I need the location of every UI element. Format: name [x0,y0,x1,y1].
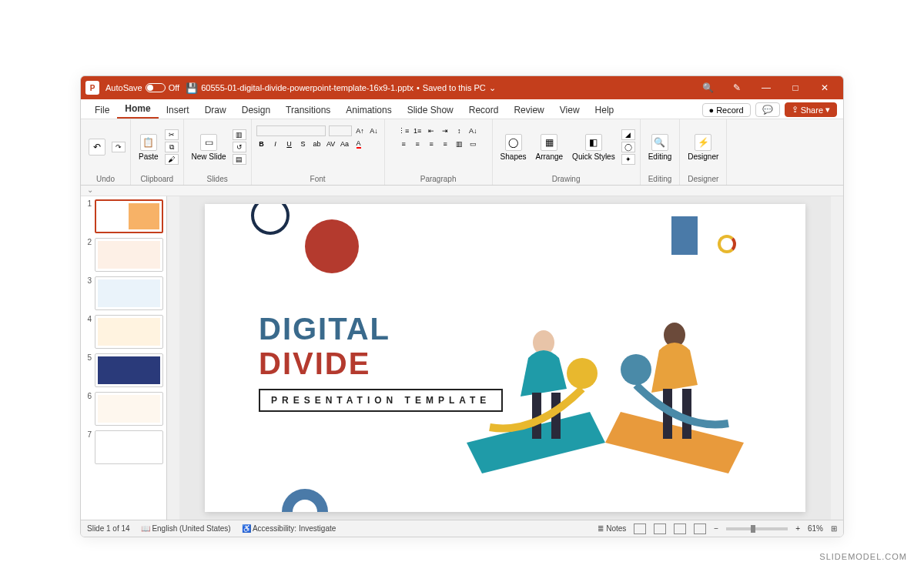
bold-button[interactable]: B [256,139,267,149]
slide-thumbnail-5[interactable] [95,353,163,387]
paste-button[interactable]: 📋Paste [136,132,162,162]
tab-review[interactable]: Review [506,102,551,119]
arrange-button[interactable]: ▦Arrange [533,132,567,162]
autosave-toggle[interactable]: AutoSave Off [105,83,179,92]
shape-outline-button[interactable]: ◯ [621,142,635,152]
slideshow-view-button[interactable] [694,523,706,534]
indent-dec-button[interactable]: ⇤ [426,125,437,136]
undo-button[interactable]: ↶ [85,137,109,157]
tab-file[interactable]: File [87,102,117,119]
save-icon[interactable]: 💾 [186,82,198,94]
thumbnail-scrollbar[interactable] [167,196,179,520]
slide-thumbnail-4[interactable] [95,315,163,349]
shapes-button[interactable]: ◯Shapes [497,132,530,162]
tab-record[interactable]: Record [461,102,507,119]
font-size-selector[interactable] [329,125,352,136]
bullets-button[interactable]: ⋮≡ [398,125,409,136]
maximize-button[interactable]: □ [782,77,809,99]
search-icon[interactable]: 🔍 [694,77,721,99]
designer-button[interactable]: ⚡Designer [685,132,721,162]
group-paragraph: ⋮≡ 1≡ ⇤ ⇥ ↕ A↓ ≡ ≡ ≡ ≡ ▥ ▭ Paragraph [385,119,493,185]
redo-button[interactable]: ↷ [112,142,126,152]
align-center-button[interactable]: ≡ [412,139,423,149]
new-slide-button[interactable]: ▭New Slide [189,132,229,162]
text-direction-button[interactable]: A↓ [467,125,478,136]
align-right-button[interactable]: ≡ [426,139,437,149]
tab-slideshow[interactable]: Slide Show [400,102,461,119]
record-button[interactable]: ● Record [702,103,751,117]
document-filename[interactable]: 60555-01-digital-divide-powerpoint-templ… [201,83,413,92]
strike-button[interactable]: S [298,139,309,149]
underline-button[interactable]: U [284,139,295,149]
case-button[interactable]: Aa [340,139,350,149]
smartart-button[interactable]: ▭ [467,139,478,149]
align-left-button[interactable]: ≡ [398,139,409,149]
group-label-paragraph: Paragraph [390,173,487,185]
zoom-slider[interactable] [726,527,788,530]
minimize-button[interactable]: — [752,77,780,99]
accessibility-status[interactable]: ♿ Accessibility: Investigate [242,524,336,533]
slide-count[interactable]: Slide 1 of 14 [87,524,130,533]
justify-button[interactable]: ≡ [440,139,450,149]
share-button[interactable]: ⇪ Share ▾ [785,102,837,117]
zoom-in-button[interactable]: + [795,524,800,533]
thumb-number: 2 [84,238,92,272]
collapse-ribbon-row[interactable]: ⌄ [81,186,843,196]
toggle-switch[interactable] [146,83,166,92]
section-button[interactable]: ▤ [233,154,246,165]
copy-button[interactable]: ⧉ [165,142,179,152]
decrease-font-button[interactable]: A↓ [369,125,380,136]
group-slides: ▭New Slide ▥ ↺ ▤ Slides [184,119,252,185]
format-painter-button[interactable]: 🖌 [165,154,179,165]
slide-thumbnail-7[interactable] [95,430,163,464]
close-button[interactable]: ✕ [811,77,839,99]
ribbon-tabs: File Home Insert Draw Design Transitions… [81,99,843,119]
slide-canvas[interactable]: DIGITAL DIVIDE PRESENTATION TEMPLATE [179,196,831,520]
tab-transitions[interactable]: Transitions [278,102,338,119]
current-slide[interactable]: DIGITAL DIVIDE PRESENTATION TEMPLATE [205,204,805,512]
zoom-out-button[interactable]: − [714,524,718,533]
fit-window-button[interactable]: ⊞ [831,524,837,533]
indent-inc-button[interactable]: ⇥ [440,125,450,136]
layout-button[interactable]: ▥ [233,129,246,140]
font-selector[interactable] [256,125,326,136]
quick-styles-button[interactable]: ◧Quick Styles [569,132,618,162]
tab-help[interactable]: Help [588,102,622,119]
tab-animations[interactable]: Animations [338,102,399,119]
tab-draw[interactable]: Draw [197,102,234,119]
decorative-ring [251,204,290,235]
tab-design[interactable]: Design [234,102,278,119]
cut-button[interactable]: ✂ [165,129,179,140]
spacing-button[interactable]: AV [326,139,336,149]
shape-effects-button[interactable]: ✦ [621,154,635,165]
shadow-button[interactable]: ab [312,139,323,149]
canvas-scrollbar[interactable] [831,196,843,520]
tab-view[interactable]: View [552,102,588,119]
notes-button[interactable]: ≣ Notes [598,524,626,533]
reading-view-button[interactable] [674,523,686,534]
normal-view-button[interactable] [634,523,646,534]
pen-icon[interactable]: ✎ [723,77,751,99]
language-status[interactable]: 📖 English (United States) [141,524,231,533]
numbering-button[interactable]: 1≡ [412,125,423,136]
chevron-down-icon[interactable]: ⌄ [489,83,496,93]
sorter-view-button[interactable] [654,523,666,534]
ribbon: ↶ ↷ Undo 📋Paste ✂ ⧉ 🖌 Clipboard ▭New Sli… [81,119,843,186]
reset-button[interactable]: ↺ [233,142,246,152]
shape-fill-button[interactable]: ◢ [621,129,635,140]
italic-button[interactable]: I [270,139,281,149]
line-spacing-button[interactable]: ↕ [454,125,464,136]
zoom-level[interactable]: 61% [808,524,823,533]
slide-thumbnail-3[interactable] [95,276,163,310]
increase-font-button[interactable]: A↑ [355,125,366,136]
slide-thumbnail-1[interactable] [95,199,163,233]
editing-button[interactable]: 🔍Editing [645,132,675,162]
group-label-undo: Undo [85,173,126,185]
tab-insert[interactable]: Insert [159,102,197,119]
tab-home[interactable]: Home [117,100,158,119]
font-color-button[interactable]: A [353,139,364,149]
slide-thumbnail-2[interactable] [95,238,163,272]
comments-button[interactable]: 💬 [755,102,780,117]
columns-button[interactable]: ▥ [454,139,464,149]
slide-thumbnail-6[interactable] [95,392,163,426]
